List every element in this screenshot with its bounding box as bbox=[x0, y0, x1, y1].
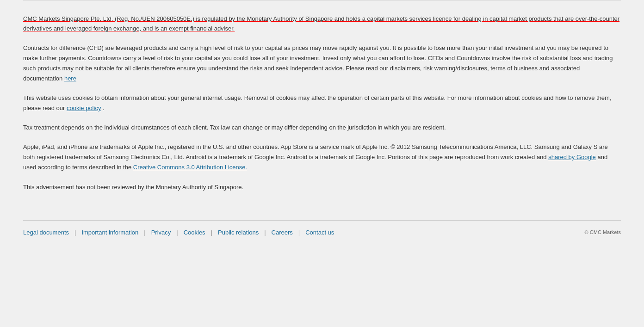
footer-copyright: © CMC Markets bbox=[585, 229, 621, 235]
footer-careers[interactable]: Careers bbox=[266, 229, 298, 236]
footer-important-information[interactable]: Important information bbox=[76, 229, 144, 236]
creative-commons-link[interactable]: Creative Commons 3.0 Attribution License… bbox=[133, 164, 247, 171]
cookies-notice: This website uses cookies to obtain info… bbox=[23, 93, 621, 113]
apple-text-before: Apple, iPad, and iPhone are trademarks o… bbox=[23, 143, 608, 160]
footer-contact-us[interactable]: Contact us bbox=[300, 229, 340, 236]
shared-by-google-link[interactable]: shared by Google bbox=[548, 154, 596, 160]
risk-here-link[interactable]: here bbox=[64, 75, 76, 82]
advertisement-notice: This advertisement has not been reviewed… bbox=[23, 182, 621, 192]
regulatory-underlined-text: CMC Markets Singapore Pte. Ltd. (Reg. No… bbox=[23, 15, 619, 32]
cookies-text-after: . bbox=[103, 105, 105, 111]
advertisement-text: This advertisement has not been reviewed… bbox=[23, 182, 621, 192]
footer-public-relations[interactable]: Public relations bbox=[212, 229, 264, 236]
apple-text: Apple, iPad, and iPhone are trademarks o… bbox=[23, 142, 621, 173]
footer-nav: Legal documents | Important information … bbox=[0, 221, 644, 244]
cookies-text-before: This website uses cookies to obtain info… bbox=[23, 94, 612, 111]
regulatory-text: CMC Markets Singapore Pte. Ltd. (Reg. No… bbox=[23, 14, 621, 34]
tax-notice: Tax treatment depends on the individual … bbox=[23, 123, 621, 133]
cookies-text: This website uses cookies to obtain info… bbox=[23, 93, 621, 113]
footer-legal-documents[interactable]: Legal documents bbox=[23, 229, 74, 236]
main-content: CMC Markets Singapore Pte. Ltd. (Reg. No… bbox=[0, 0, 644, 211]
footer-cookies[interactable]: Cookies bbox=[178, 229, 211, 236]
apple-notice: Apple, iPad, and iPhone are trademarks o… bbox=[23, 142, 621, 173]
risk-notice: Contracts for difference (CFD) are lever… bbox=[23, 43, 621, 84]
risk-text-content: Contracts for difference (CFD) are lever… bbox=[23, 44, 613, 82]
cookie-policy-link[interactable]: cookie policy bbox=[67, 105, 101, 111]
page-wrapper: CMC Markets Singapore Pte. Ltd. (Reg. No… bbox=[0, 0, 644, 327]
tax-text: Tax treatment depends on the individual … bbox=[23, 123, 621, 133]
footer-privacy[interactable]: Privacy bbox=[146, 229, 177, 236]
regulatory-notice: CMC Markets Singapore Pte. Ltd. (Reg. No… bbox=[23, 14, 621, 34]
risk-text: Contracts for difference (CFD) are lever… bbox=[23, 43, 621, 84]
